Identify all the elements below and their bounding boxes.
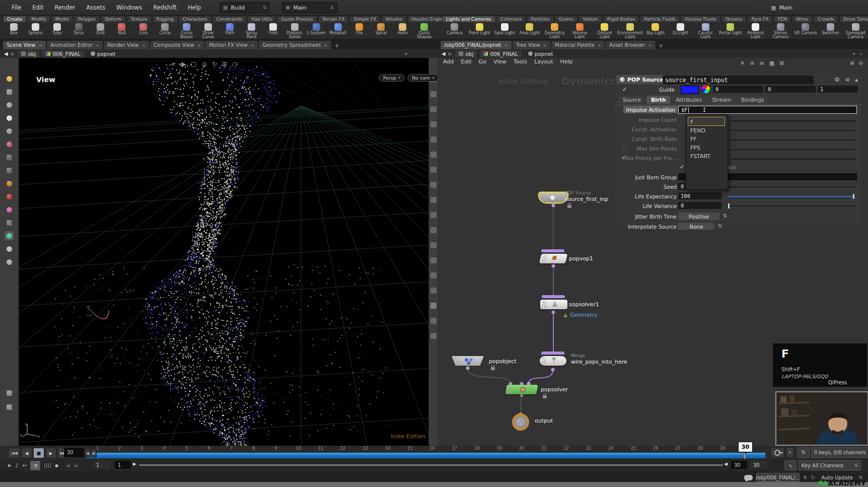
jitter-birth-time-label[interactable]: Jitter Birth Time bbox=[614, 214, 677, 220]
set-key-button[interactable] bbox=[770, 447, 784, 458]
close-icon[interactable]: × bbox=[598, 43, 602, 48]
shelf-tool[interactable]: Circle bbox=[154, 23, 176, 35]
max-sim-points-label[interactable]: Max Sim Points bbox=[614, 146, 677, 152]
menu-item[interactable]: Render bbox=[50, 3, 80, 13]
shelf-tab[interactable]: Guide Process bbox=[277, 16, 317, 22]
current-path-dropdown[interactable]: /obj/006_FINAL/... bbox=[756, 473, 800, 482]
shelf-tab[interactable]: Create bbox=[3, 16, 26, 22]
shelf-tab[interactable]: FEM bbox=[773, 16, 791, 22]
pane-tab[interactable]: Tree View× bbox=[513, 41, 550, 49]
shelf-tab[interactable]: Particle Fluids bbox=[640, 16, 679, 22]
shelf-tool[interactable]: Curve Bezier bbox=[176, 23, 197, 39]
viewport-tool-icon[interactable] bbox=[5, 140, 14, 149]
refresh-icon[interactable]: ↻ bbox=[811, 474, 816, 481]
menu-item[interactable]: Windows bbox=[112, 3, 147, 13]
node-name-field[interactable]: source_first_input bbox=[663, 76, 814, 84]
guide-field-1[interactable]: 0 bbox=[713, 86, 763, 93]
interpolate-source-label[interactable]: Interpolate Source bbox=[614, 224, 677, 230]
menu-item[interactable]: Redshift bbox=[149, 3, 181, 13]
forward-arrow[interactable]: ▶ bbox=[11, 51, 15, 56]
impulse-activation-label[interactable]: Impulse Activation bbox=[623, 106, 678, 113]
message-bubble-icon[interactable] bbox=[744, 475, 753, 480]
life-expectancy-field[interactable]: 100 bbox=[678, 192, 721, 199]
interpolate-dropdown[interactable]: None bbox=[678, 223, 714, 230]
shelf-tab[interactable]: Terrain FX bbox=[318, 16, 349, 22]
new-tab-button[interactable]: + bbox=[659, 42, 664, 49]
viewport-tool-icon[interactable] bbox=[5, 244, 14, 253]
close-icon[interactable]: × bbox=[197, 43, 201, 48]
shelf-tool[interactable]: Spiral bbox=[370, 23, 392, 35]
shelf-tab[interactable]: Crowds bbox=[814, 16, 838, 22]
list-mode-icon[interactable]: ≡ bbox=[750, 60, 754, 66]
rotate-icon[interactable]: ◎ bbox=[202, 60, 207, 67]
shelf-tool[interactable]: Area Light bbox=[517, 23, 542, 35]
scrub-icon[interactable]: ➤ bbox=[7, 462, 12, 469]
menu-item[interactable]: Edit bbox=[28, 3, 48, 13]
forward-arrow[interactable]: ▶ bbox=[449, 51, 453, 56]
link-icon[interactable]: + bbox=[859, 51, 863, 56]
shelf-tool[interactable]: Gamepad Camera bbox=[843, 23, 868, 39]
shelf-tab[interactable]: Model bbox=[51, 16, 73, 22]
param-tab[interactable]: Stream bbox=[707, 96, 736, 104]
shelf-tab[interactable]: Hair Utils bbox=[247, 16, 276, 22]
prev-key-button[interactable]: ◀| bbox=[85, 449, 91, 457]
breadcrumb-popnet[interactable]: popnet bbox=[525, 50, 557, 57]
tumble-icon[interactable]: ↻ bbox=[212, 60, 217, 67]
impulse-activation-field[interactable]: $F I bbox=[678, 106, 857, 114]
viewport-tool-icon[interactable] bbox=[5, 388, 14, 397]
back-arrow[interactable]: ◀ bbox=[442, 51, 446, 56]
grid-mode2-icon[interactable]: ⊞ bbox=[779, 60, 784, 66]
close-icon[interactable]: × bbox=[324, 43, 328, 48]
realtime-toggle-icon[interactable]: ◔ bbox=[30, 461, 40, 470]
scene-main-combo[interactable]: ⊕ Main⇅ bbox=[282, 2, 337, 13]
key-all-channels-dropdown[interactable]: Key All Channels⇅ bbox=[799, 460, 861, 470]
life-variance-label[interactable]: Life Variance bbox=[614, 203, 677, 209]
shelf-tool[interactable]: Spot Light bbox=[492, 23, 517, 35]
shelf-tool[interactable]: Stereo Camera bbox=[768, 23, 793, 39]
pane-tab[interactable]: Motion FX View× bbox=[205, 41, 258, 49]
node-pop-source[interactable] bbox=[539, 193, 567, 202]
new-tab-button[interactable]: + bbox=[334, 42, 339, 49]
menu-item[interactable]: File bbox=[7, 3, 26, 13]
scoped-channels-icon[interactable]: ↻ bbox=[798, 447, 810, 458]
node-merge[interactable] bbox=[540, 356, 566, 366]
shelf-tab[interactable]: Oceans bbox=[721, 16, 746, 22]
shelf-tab[interactable]: Grains bbox=[555, 16, 577, 22]
timeline-ruler[interactable]: 1234567891011121314151617181920212223242… bbox=[86, 446, 756, 453]
lasso-icon[interactable]: ○ bbox=[232, 60, 237, 67]
pan-icon[interactable]: + bbox=[171, 60, 176, 67]
display-option-icon[interactable] bbox=[430, 333, 437, 339]
viewport-tool-icon[interactable] bbox=[5, 74, 14, 83]
viewport-tool-icon[interactable] bbox=[5, 153, 14, 162]
grid-mode-icon[interactable]: ▦ bbox=[769, 60, 774, 66]
input-connector[interactable] bbox=[542, 295, 565, 298]
key-options-button[interactable]: ▾ bbox=[786, 447, 794, 458]
pane-tab[interactable]: Composite View× bbox=[150, 41, 204, 49]
breadcrumb-geo[interactable]: 006_FINAL bbox=[480, 50, 521, 57]
node-context-label[interactable]: Geometry bbox=[570, 312, 598, 318]
node-popsolver[interactable] bbox=[505, 385, 538, 394]
shelf-tab[interactable]: Simple FX bbox=[349, 16, 380, 22]
persp-button[interactable]: Persp▾ bbox=[379, 74, 405, 82]
shelf-tab[interactable]: Characters bbox=[179, 16, 211, 22]
node-sopsolver1[interactable] bbox=[540, 300, 567, 309]
timeline-playbar[interactable] bbox=[86, 453, 765, 458]
display-option-icon[interactable] bbox=[430, 121, 437, 127]
audio-icon[interactable]: ♪ bbox=[15, 462, 19, 469]
shelf-tab[interactable]: Rigging bbox=[153, 16, 178, 22]
shelf-tab[interactable]: Viscous Fluids bbox=[681, 16, 720, 22]
viewport-tool-icon[interactable] bbox=[5, 113, 14, 122]
life-expectancy-slider[interactable] bbox=[728, 196, 854, 197]
shelf-tool[interactable]: Line bbox=[132, 23, 154, 35]
display-option-icon[interactable] bbox=[430, 197, 437, 203]
breadcrumb-popnet[interactable]: popnet bbox=[87, 50, 119, 57]
display-option-icon[interactable] bbox=[430, 242, 437, 248]
shelf-tool[interactable]: Path bbox=[219, 23, 241, 35]
step-back-button[interactable]: ◀ bbox=[21, 448, 32, 458]
shelf-tool[interactable]: Box bbox=[3, 23, 25, 35]
param-tab[interactable]: Bindings bbox=[737, 96, 768, 104]
display-option-icon[interactable] bbox=[430, 152, 437, 158]
jump-start-button[interactable]: |◀◀ bbox=[8, 448, 20, 458]
life-variance-field[interactable]: 0 bbox=[678, 202, 721, 209]
dropdown-item[interactable]: FSTART bbox=[690, 153, 710, 160]
